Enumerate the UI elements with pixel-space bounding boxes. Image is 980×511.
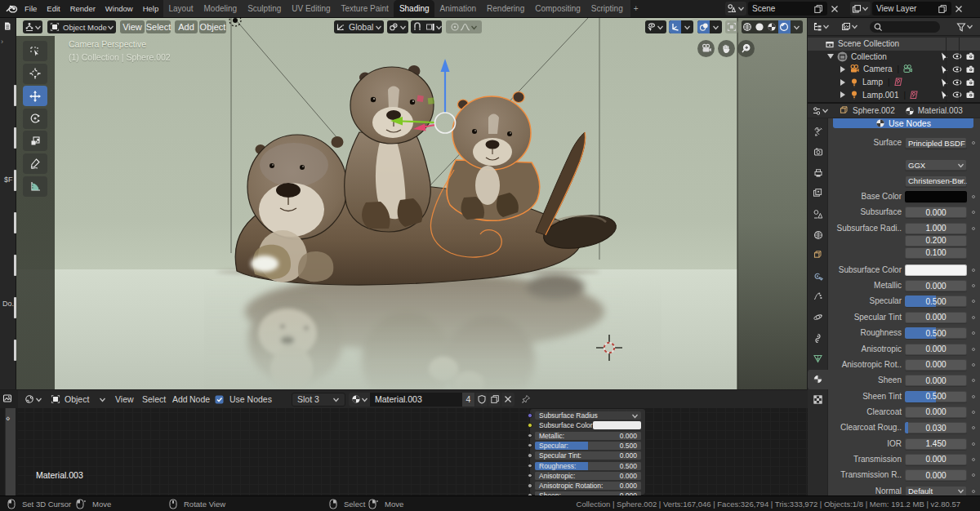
- decorator-dot[interactable]: [972, 141, 975, 144]
- scene-name-field[interactable]: Scene: [748, 2, 827, 16]
- prop-value-slider[interactable]: 0.500: [905, 327, 967, 339]
- node-row-roughness-[interactable]: Roughness:0.500: [535, 462, 641, 470]
- node-row-anisotropic-[interactable]: Anisotropic:0.000: [535, 472, 641, 480]
- node-socket[interactable]: [528, 483, 532, 488]
- restrict-select-icon[interactable]: [938, 51, 951, 61]
- prop-value-slider[interactable]: 0.000: [905, 344, 967, 355]
- pin-icon[interactable]: [521, 394, 531, 404]
- view-layer-name-field[interactable]: View Layer: [872, 2, 951, 16]
- proportional-edit-icon[interactable]: [450, 22, 460, 32]
- node-socket[interactable]: [528, 473, 532, 478]
- prop-value-field[interactable]: 0.100: [905, 247, 967, 259]
- decorator-dot[interactable]: [972, 195, 975, 198]
- shader-mode-label[interactable]: Object: [65, 394, 89, 404]
- prop-value-field[interactable]: 0.200: [905, 235, 967, 247]
- node-socket[interactable]: [528, 433, 532, 438]
- prop-value-slider[interactable]: 1.450: [905, 438, 967, 450]
- prop-value-slider[interactable]: 0.000: [905, 469, 967, 481]
- restrict-select-icon[interactable]: [938, 90, 951, 100]
- menu-edit[interactable]: Edit: [42, 0, 65, 17]
- outliner-search-input[interactable]: [870, 21, 940, 33]
- shader-menu-select[interactable]: Select: [142, 394, 166, 404]
- shader-canvas[interactable]: Material.003 Subsurface RadiusSubsurface…: [18, 408, 808, 495]
- tool-select-box[interactable]: [23, 41, 47, 61]
- decorator-dot[interactable]: [972, 490, 975, 493]
- shader-editor[interactable]: ‹› Material.003 Subsurface RadiusSubsurf…: [0, 389, 808, 495]
- object-visibility-dropdown[interactable]: [645, 20, 666, 33]
- prop-value-slider[interactable]: 0.500: [905, 295, 967, 307]
- proportional-edit-group[interactable]: [446, 20, 482, 33]
- outliner-row-lamp-001[interactable]: Lamp.001|: [808, 88, 980, 101]
- gizmo-plane-y[interactable]: [428, 98, 434, 104]
- tab-uv-editing[interactable]: UV Editing: [287, 0, 336, 17]
- prop-value-field[interactable]: 1.000: [905, 223, 967, 234]
- gizmo-dropdown[interactable]: [681, 24, 693, 31]
- principled-bsdf-node[interactable]: Subsurface RadiusSubsurface ColorMetalli…: [529, 408, 646, 495]
- falloff-curve-icon[interactable]: [460, 22, 470, 32]
- decorator-dot[interactable]: [972, 395, 975, 398]
- menu-file[interactable]: File: [20, 0, 42, 17]
- disclosure-triangle-icon[interactable]: [839, 65, 847, 73]
- node-row-specular-[interactable]: Specular:0.500: [535, 442, 641, 450]
- prop-select-ggx[interactable]: GGX: [905, 159, 967, 171]
- decorator-dot[interactable]: [972, 473, 975, 477]
- xray-toggle[interactable]: [725, 20, 738, 33]
- tab-layout[interactable]: Layout: [163, 0, 198, 17]
- properties-tab-constraints[interactable]: [808, 328, 828, 348]
- collapsed-image-editor-header[interactable]: [0, 390, 18, 408]
- properties-editor-icon[interactable]: [812, 106, 822, 116]
- prop-value-slider[interactable]: 0.000: [905, 359, 967, 371]
- view-layer-selector-button[interactable]: [850, 2, 871, 16]
- properties-tab-render[interactable]: [808, 142, 828, 162]
- file-browser-icon[interactable]: [2, 21, 12, 31]
- node-socket[interactable]: [528, 423, 532, 428]
- tab-rendering[interactable]: Rendering: [482, 0, 530, 17]
- shading-rendered-button[interactable]: [778, 20, 791, 33]
- restrict-view-icon[interactable]: [951, 64, 964, 74]
- breadcrumb-object[interactable]: Sphere.002: [853, 106, 895, 115]
- show-overlays-toggle[interactable]: [697, 20, 710, 33]
- decorator-dot[interactable]: [972, 363, 975, 367]
- disclosure-triangle-icon[interactable]: [839, 91, 847, 99]
- viewport-camera-button[interactable]: [697, 40, 715, 57]
- prop-value-slider[interactable]: 0.000: [905, 280, 967, 291]
- outliner-item-label[interactable]: Lamp: [862, 78, 883, 87]
- properties-tab-data[interactable]: [808, 349, 828, 368]
- slot-dropdown[interactable]: Slot 3: [292, 393, 345, 407]
- unlink-material-icon[interactable]: [501, 393, 514, 407]
- transform-orientation-dropdown[interactable]: Global: [334, 20, 384, 33]
- prop-value-slider[interactable]: 0.030: [905, 422, 967, 433]
- node-row-subsurface-color[interactable]: Subsurface Color: [535, 421, 641, 429]
- restrict-render-icon[interactable]: [964, 78, 977, 87]
- shader-menu-add[interactable]: Add: [172, 394, 188, 404]
- properties-tab-material[interactable]: [808, 370, 828, 389]
- menu-help[interactable]: Help: [138, 0, 164, 17]
- outliner-item-label[interactable]: Scene Collection: [838, 39, 899, 48]
- prop-value-slider[interactable]: 0.500: [905, 391, 967, 402]
- restrict-view-icon[interactable]: [951, 51, 964, 61]
- tool-measure[interactable]: [23, 176, 47, 197]
- outliner-display-mode-icon[interactable]: [841, 22, 851, 32]
- collapsed-image-editor[interactable]: ‹›: [5, 408, 16, 495]
- properties-tab-object[interactable]: [808, 246, 828, 265]
- prop-select-default[interactable]: Default: [905, 486, 967, 495]
- prop-value-slider[interactable]: 0.000: [905, 207, 967, 218]
- viewport-pan-button[interactable]: [718, 40, 735, 57]
- restrict-select-icon[interactable]: [938, 78, 951, 87]
- tab-scripting[interactable]: Scripting: [586, 0, 628, 17]
- editor-type-button[interactable]: [23, 20, 42, 33]
- viewport-menu-add[interactable]: Add: [175, 20, 198, 33]
- tool-cursor[interactable]: [23, 64, 47, 84]
- tool-scale[interactable]: [23, 131, 47, 151]
- decorator-dot[interactable]: [972, 331, 975, 335]
- blender-logo-icon[interactable]: [6, 2, 18, 15]
- remove-view-layer-icon[interactable]: [954, 4, 964, 14]
- node-row-anisotropic-rotation-[interactable]: Anisotropic Rotation:0.000: [535, 482, 641, 490]
- decorator-dot[interactable]: [972, 211, 975, 214]
- decorator-dot[interactable]: [972, 442, 975, 446]
- snapping-group[interactable]: [411, 20, 442, 33]
- tab-compositing[interactable]: Compositing: [530, 0, 586, 17]
- mode-dropdown[interactable]: Object Mode: [47, 20, 116, 33]
- restrict-select-icon[interactable]: [938, 64, 951, 74]
- prop-color-swatch[interactable]: [905, 191, 967, 202]
